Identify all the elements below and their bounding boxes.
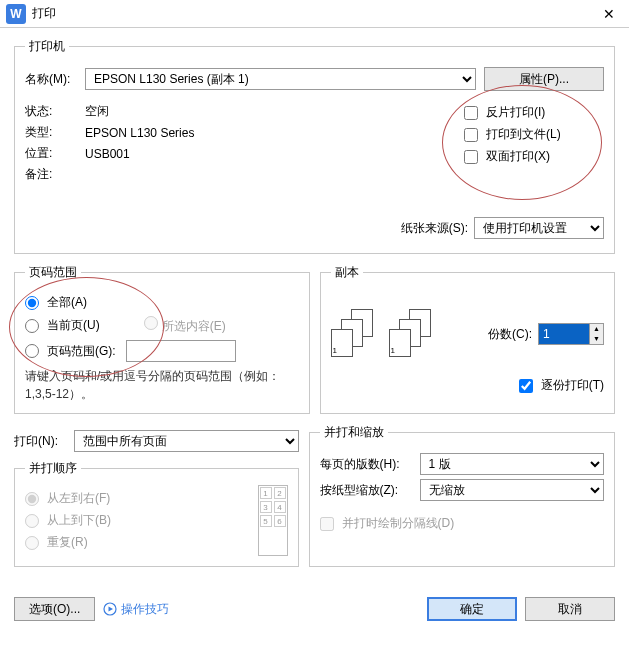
ok-button[interactable]: 确定 (427, 597, 517, 621)
range-hint: 请键入页码和/或用逗号分隔的页码范围（例如：1,3,5-12）。 (25, 367, 299, 403)
copies-spinner[interactable]: ▲▼ (538, 323, 604, 345)
printer-group: 打印机 名称(M): EPSON L130 Series (副本 1) 属性(P… (14, 38, 615, 254)
pages-per-sheet-select[interactable]: 1 版 (420, 453, 605, 475)
range-selection-label: 所选内容(E) (162, 319, 226, 333)
draw-lines-label: 并打时绘制分隔线(D) (342, 515, 455, 532)
range-group: 页码范围 全部(A) 当前页(U) 所选内容(E) 页码范围(G): 请键入页码… (14, 264, 310, 414)
range-pages-radio[interactable] (25, 344, 39, 358)
print-to-file-label: 打印到文件(L) (486, 126, 561, 143)
close-button[interactable]: ✕ (589, 6, 629, 22)
paper-source-select[interactable]: 使用打印机设置 (474, 217, 604, 239)
status-value: 空闲 (85, 103, 109, 120)
location-value: USB001 (85, 147, 130, 161)
draw-lines-checkbox (320, 517, 334, 531)
print-what-select[interactable]: 范围中所有页面 (74, 430, 299, 452)
options-button[interactable]: 选项(O)... (14, 597, 95, 621)
cancel-button[interactable]: 取消 (525, 597, 615, 621)
merge-order-group: 并打顺序 从左到右(F) 从上到下(B) 重复(R) 123456 (14, 460, 299, 567)
copies-count-label: 份数(C): (488, 326, 532, 343)
order-repeat-label: 重复(R) (47, 534, 88, 551)
mirror-print-label: 反片打印(I) (486, 104, 545, 121)
duplex-print-checkbox[interactable] (464, 150, 478, 164)
status-label: 状态: (25, 103, 85, 120)
collate-checkbox[interactable] (519, 379, 533, 393)
app-icon: W (6, 4, 26, 24)
footer: 选项(O)... 操作技巧 确定 取消 (0, 587, 629, 631)
order-ttb-radio (25, 514, 39, 528)
range-pages-input[interactable] (126, 340, 236, 362)
range-pages-label: 页码范围(G): (47, 343, 116, 360)
order-ltr-radio (25, 492, 39, 506)
printer-legend: 打印机 (25, 38, 69, 55)
print-what-label: 打印(N): (14, 433, 74, 450)
range-current-label: 当前页(U) (47, 317, 100, 334)
printer-name-select[interactable]: EPSON L130 Series (副本 1) (85, 68, 476, 90)
play-icon (103, 602, 117, 616)
copies-group: 副本 3 2 1 3 2 1 份数(C): ▲▼ (320, 264, 616, 414)
svg-marker-1 (109, 607, 114, 612)
window-title: 打印 (32, 5, 589, 22)
merge-scale-group: 并打和缩放 每页的版数(H): 1 版 按纸型缩放(Z): 无缩放 并打时绘制分… (309, 424, 616, 567)
range-current-radio[interactable] (25, 319, 39, 333)
location-label: 位置: (25, 145, 85, 162)
collate-preview-2: 3 2 1 (389, 309, 439, 359)
merge-order-legend: 并打顺序 (25, 460, 81, 477)
scale-label: 按纸型缩放(Z): (320, 482, 420, 499)
name-label: 名称(M): (25, 71, 85, 88)
range-all-label: 全部(A) (47, 294, 87, 311)
order-ttb-label: 从上到下(B) (47, 512, 111, 529)
merge-scale-legend: 并打和缩放 (320, 424, 388, 441)
type-label: 类型: (25, 124, 85, 141)
copies-legend: 副本 (331, 264, 363, 281)
duplex-print-label: 双面打印(X) (486, 148, 550, 165)
collate-label: 逐份打印(T) (541, 377, 604, 394)
properties-button[interactable]: 属性(P)... (484, 67, 604, 91)
range-all-radio[interactable] (25, 296, 39, 310)
mirror-print-checkbox[interactable] (464, 106, 478, 120)
print-to-file-checkbox[interactable] (464, 128, 478, 142)
notes-label: 备注: (25, 166, 85, 183)
order-preview: 123456 (258, 485, 288, 556)
order-repeat-radio (25, 536, 39, 550)
copies-count-input[interactable] (539, 324, 589, 344)
spinner-down[interactable]: ▼ (590, 334, 603, 344)
order-ltr-label: 从左到右(F) (47, 490, 110, 507)
range-legend: 页码范围 (25, 264, 81, 281)
tips-link[interactable]: 操作技巧 (103, 601, 169, 618)
collate-preview-1: 3 2 1 (331, 309, 381, 359)
paper-source-label: 纸张来源(S): (401, 220, 468, 237)
spinner-up[interactable]: ▲ (590, 324, 603, 334)
titlebar: W 打印 ✕ (0, 0, 629, 28)
type-value: EPSON L130 Series (85, 126, 194, 140)
pages-per-sheet-label: 每页的版数(H): (320, 456, 420, 473)
range-selection-radio (144, 316, 158, 330)
scale-select[interactable]: 无缩放 (420, 479, 605, 501)
